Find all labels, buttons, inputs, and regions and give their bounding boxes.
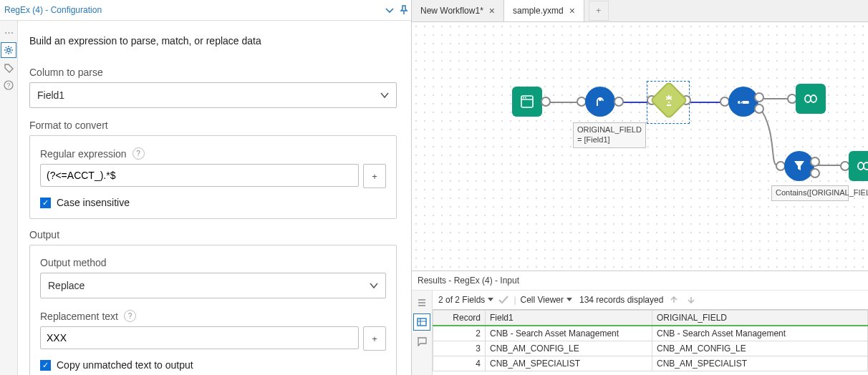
output-group: Output method Replace Replacement text ?…: [29, 245, 397, 375]
svg-point-16: [864, 162, 868, 170]
cell-field1: CNB_AM_SPECIALIST: [486, 356, 652, 371]
workflow-canvas[interactable]: ORIGINAL_FIELD = [Field1]: [412, 22, 868, 271]
cell-record: 3: [433, 341, 486, 356]
output-port-t[interactable]: [810, 157, 820, 167]
column-to-parse-select[interactable]: Field1: [29, 82, 397, 108]
cell-record: 2: [433, 326, 486, 341]
config-panel-title: RegEx (4) - Configuration: [4, 5, 102, 15]
tool-browse-2[interactable]: [842, 151, 868, 181]
col-original-field[interactable]: ORIGINAL_FIELD: [652, 311, 868, 326]
output-method-select[interactable]: Replace: [40, 273, 386, 298]
copy-unmatched-label: Copy unmatched text to output: [57, 359, 193, 371]
tool-text-input[interactable]: [512, 87, 549, 117]
results-toolbar: 2 of 2 Fields | Cell Viewer 134 records …: [433, 291, 868, 309]
tool-formula[interactable]: [578, 87, 622, 117]
apply-check-icon[interactable]: [498, 295, 509, 305]
svg-point-13: [805, 95, 811, 102]
collapse-chevron-icon[interactable]: [382, 3, 397, 17]
chevron-down-icon: [380, 92, 389, 99]
regex-label: Regular expression: [40, 148, 127, 160]
chevron-down-icon: [370, 282, 378, 289]
replacement-help-icon[interactable]: ?: [124, 310, 136, 322]
col-record[interactable]: Record: [433, 311, 486, 326]
cell-orig: CNB_AM_SPECIALIST: [652, 356, 868, 371]
pin-icon[interactable]: [397, 3, 411, 17]
case-insensitive-checkbox[interactable]: ✓ Case insensitive: [40, 197, 386, 208]
table-row[interactable]: 3 CNB_AM_CONFIG_LE CNB_AM_CONFIG_LE: [433, 341, 868, 356]
replacement-text-input[interactable]: [40, 326, 359, 349]
table-row[interactable]: 2 CNB - Search Asset Management CNB - Se…: [433, 326, 868, 341]
replacement-text-label: Replacement text: [40, 311, 118, 322]
svg-rect-11: [738, 101, 749, 104]
fields-dropdown[interactable]: 2 of 2 Fields: [438, 295, 493, 305]
col-field1[interactable]: Field1: [486, 311, 652, 326]
cell-orig: CNB_AM_CONFIG_LE: [652, 341, 868, 356]
tab-sample[interactable]: sample.yxmd ×: [504, 0, 584, 21]
prev-record-icon[interactable]: [667, 293, 680, 306]
table-row[interactable]: 4 CNB_AM_SPECIALIST CNB_AM_SPECIALIST: [433, 356, 868, 371]
output-port-f[interactable]: [810, 168, 820, 178]
cell-record: 4: [433, 356, 486, 371]
workflow-tab-bar: New Workflow1* × sample.yxmd × +: [412, 0, 868, 22]
output-method-label: Output method: [40, 257, 386, 268]
cell-field1: CNB_AM_CONFIG_LE: [486, 341, 652, 356]
results-mode-table-icon[interactable]: [413, 313, 430, 331]
output-port[interactable]: [614, 97, 624, 107]
column-to-parse-label: Column to parse: [29, 67, 397, 78]
output-port-f[interactable]: [754, 104, 764, 114]
output-port-t[interactable]: [754, 92, 764, 102]
results-icon-rail: [412, 291, 433, 375]
results-mode-message-icon[interactable]: [414, 333, 430, 349]
tool-select[interactable]: [721, 87, 758, 117]
tab-label: New Workflow1*: [420, 6, 483, 16]
checkbox-checked-icon: ✓: [40, 198, 51, 208]
add-tab-button[interactable]: +: [589, 1, 609, 21]
next-record-icon[interactable]: [685, 293, 698, 306]
gear-icon[interactable]: [1, 42, 16, 58]
regex-help-icon[interactable]: ?: [132, 147, 145, 160]
case-insensitive-label: Case insensitive: [57, 197, 130, 208]
svg-point-15: [858, 162, 864, 170]
help-icon[interactable]: ?: [1, 78, 16, 92]
tool-filter[interactable]: [777, 151, 814, 181]
format-to-convert-label: Format to convert: [29, 120, 397, 131]
tool-formula-label: ORIGINAL_FIELD = [Field1]: [573, 122, 646, 148]
ellipsis-icon[interactable]: ⋯: [1, 25, 16, 39]
column-to-parse-value: Field1: [37, 89, 64, 101]
regex-group: Regular expression ? + ✓ Case insensitiv…: [29, 135, 397, 219]
svg-point-9: [525, 97, 526, 99]
tab-new-workflow[interactable]: New Workflow1* ×: [412, 0, 504, 21]
tool-regex[interactable]: [648, 87, 690, 114]
svg-point-10: [599, 98, 602, 101]
tab-label: sample.yxmd: [513, 6, 564, 16]
cell-viewer-label: Cell Viewer: [521, 295, 564, 305]
svg-text:?: ?: [6, 82, 10, 89]
config-icon-rail: ⋯ ?: [0, 21, 18, 375]
fields-summary: 2 of 2 Fields: [438, 295, 485, 305]
tool-filter-label: Contains([ORIGINAL_FIELD],"ACCT"): [771, 185, 849, 201]
svg-point-0: [7, 49, 10, 52]
close-icon[interactable]: ×: [569, 5, 575, 16]
results-mode-list-icon[interactable]: [414, 295, 430, 311]
svg-point-14: [811, 95, 816, 102]
regex-input[interactable]: [40, 164, 359, 187]
tag-icon[interactable]: [1, 61, 16, 75]
cell-viewer-dropdown[interactable]: Cell Viewer: [521, 295, 572, 305]
results-grid[interactable]: Record Field1 ORIGINAL_FIELD 2 CNB - Sea…: [433, 309, 868, 375]
records-summary: 134 records displayed: [579, 295, 663, 305]
regex-add-button[interactable]: +: [363, 164, 386, 188]
cell-field1: CNB - Search Asset Management: [486, 326, 652, 341]
config-instruction: Build an expression to parse, match, or …: [29, 35, 397, 47]
svg-point-8: [523, 97, 524, 99]
close-icon[interactable]: ×: [489, 5, 495, 16]
cell-orig: CNB - Search Asset Management: [652, 326, 868, 341]
svg-rect-17: [418, 318, 426, 326]
output-port[interactable]: [541, 97, 551, 107]
results-panel-title: Results - RegEx (4) - Input: [412, 271, 868, 290]
output-method-value: Replace: [48, 280, 85, 291]
replacement-add-button[interactable]: +: [363, 326, 386, 351]
copy-unmatched-checkbox[interactable]: ✓ Copy unmatched text to output: [40, 359, 386, 371]
config-panel-header: RegEx (4) - Configuration: [0, 0, 411, 21]
tool-browse-1[interactable]: [789, 84, 826, 114]
output-section-label: Output: [29, 229, 397, 240]
